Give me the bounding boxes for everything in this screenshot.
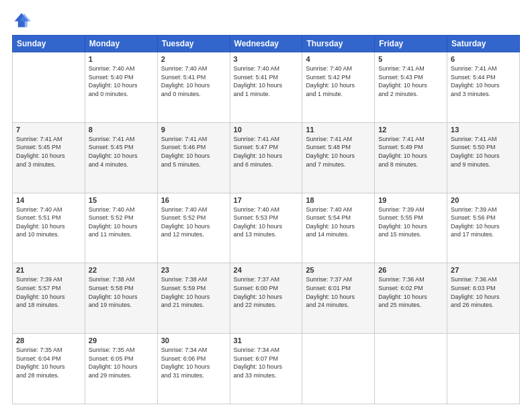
day-info: Sunrise: 7:38 AMSunset: 5:58 PMDaylight:… <box>89 275 154 309</box>
week-row-1: 1Sunrise: 7:40 AMSunset: 5:40 PMDaylight… <box>13 52 520 123</box>
day-number: 3 <box>234 55 299 63</box>
day-cell: 18Sunrise: 7:40 AMSunset: 5:54 PMDayligh… <box>302 193 375 263</box>
day-number: 5 <box>378 55 443 63</box>
day-number: 7 <box>16 126 81 134</box>
calendar-body: 1Sunrise: 7:40 AMSunset: 5:40 PMDaylight… <box>13 52 520 404</box>
day-info: Sunrise: 7:40 AMSunset: 5:42 PMDaylight:… <box>306 64 371 98</box>
day-number: 4 <box>306 55 371 63</box>
day-cell: 29Sunrise: 7:35 AMSunset: 6:05 PMDayligh… <box>85 334 157 404</box>
day-cell: 3Sunrise: 7:40 AMSunset: 5:41 PMDaylight… <box>230 52 302 123</box>
day-info: Sunrise: 7:39 AMSunset: 5:55 PMDaylight:… <box>378 205 443 239</box>
day-number: 13 <box>451 126 516 134</box>
day-number: 29 <box>89 336 154 345</box>
day-cell: 5Sunrise: 7:41 AMSunset: 5:43 PMDaylight… <box>375 52 447 123</box>
day-cell: 16Sunrise: 7:40 AMSunset: 5:52 PMDayligh… <box>157 193 230 263</box>
day-cell: 11Sunrise: 7:41 AMSunset: 5:48 PMDayligh… <box>302 122 375 193</box>
day-number: 22 <box>89 266 154 274</box>
day-cell: 13Sunrise: 7:41 AMSunset: 5:50 PMDayligh… <box>447 122 520 193</box>
day-number: 2 <box>161 55 226 63</box>
day-info: Sunrise: 7:41 AMSunset: 5:50 PMDaylight:… <box>451 135 516 169</box>
week-row-5: 28Sunrise: 7:35 AMSunset: 6:04 PMDayligh… <box>13 334 520 404</box>
day-cell: 27Sunrise: 7:36 AMSunset: 6:03 PMDayligh… <box>447 263 520 334</box>
day-number: 12 <box>378 126 443 134</box>
day-cell: 30Sunrise: 7:34 AMSunset: 6:06 PMDayligh… <box>157 334 230 404</box>
day-cell: 28Sunrise: 7:35 AMSunset: 6:04 PMDayligh… <box>13 334 85 404</box>
day-info: Sunrise: 7:38 AMSunset: 5:59 PMDaylight:… <box>161 275 226 309</box>
day-number: 15 <box>89 196 154 204</box>
day-number: 26 <box>378 266 443 274</box>
day-info: Sunrise: 7:35 AMSunset: 6:05 PMDaylight:… <box>89 346 154 379</box>
day-number: 19 <box>378 196 443 204</box>
day-number: 30 <box>161 336 226 345</box>
day-cell: 12Sunrise: 7:41 AMSunset: 5:49 PMDayligh… <box>375 122 447 193</box>
day-header-saturday: Saturday <box>447 36 520 52</box>
day-number: 23 <box>161 266 226 274</box>
day-info: Sunrise: 7:40 AMSunset: 5:52 PMDaylight:… <box>89 205 154 239</box>
day-info: Sunrise: 7:35 AMSunset: 6:04 PMDaylight:… <box>16 346 81 379</box>
day-info: Sunrise: 7:39 AMSunset: 5:56 PMDaylight:… <box>451 205 516 239</box>
day-cell: 22Sunrise: 7:38 AMSunset: 5:58 PMDayligh… <box>85 263 157 334</box>
day-number: 28 <box>16 336 81 345</box>
day-cell: 6Sunrise: 7:41 AMSunset: 5:44 PMDaylight… <box>447 52 520 123</box>
day-header-monday: Monday <box>85 36 157 52</box>
day-number: 16 <box>161 196 226 204</box>
day-cell: 9Sunrise: 7:41 AMSunset: 5:46 PMDaylight… <box>157 122 230 193</box>
day-cell: 7Sunrise: 7:41 AMSunset: 5:45 PMDaylight… <box>13 122 85 193</box>
day-cell: 31Sunrise: 7:34 AMSunset: 6:07 PMDayligh… <box>230 334 302 404</box>
day-cell: 8Sunrise: 7:41 AMSunset: 5:45 PMDaylight… <box>85 122 157 193</box>
day-number: 14 <box>16 196 81 204</box>
day-info: Sunrise: 7:40 AMSunset: 5:54 PMDaylight:… <box>306 205 371 239</box>
day-header-thursday: Thursday <box>302 36 375 52</box>
calendar-page: SundayMondayTuesdayWednesdayThursdayFrid… <box>0 0 532 411</box>
day-info: Sunrise: 7:40 AMSunset: 5:51 PMDaylight:… <box>16 205 81 239</box>
days-header-row: SundayMondayTuesdayWednesdayThursdayFrid… <box>13 36 520 52</box>
day-number: 10 <box>234 126 299 134</box>
day-header-tuesday: Tuesday <box>157 36 230 52</box>
day-info: Sunrise: 7:34 AMSunset: 6:06 PMDaylight:… <box>161 346 226 379</box>
logo <box>12 11 34 30</box>
day-cell <box>447 334 520 404</box>
day-number: 24 <box>234 266 299 274</box>
day-info: Sunrise: 7:36 AMSunset: 6:03 PMDaylight:… <box>451 275 516 309</box>
day-number: 20 <box>451 196 516 204</box>
day-cell: 19Sunrise: 7:39 AMSunset: 5:55 PMDayligh… <box>375 193 447 263</box>
day-cell: 14Sunrise: 7:40 AMSunset: 5:51 PMDayligh… <box>13 193 85 263</box>
day-info: Sunrise: 7:39 AMSunset: 5:57 PMDaylight:… <box>16 275 81 309</box>
day-info: Sunrise: 7:37 AMSunset: 6:00 PMDaylight:… <box>234 275 299 309</box>
day-cell <box>13 52 85 123</box>
day-info: Sunrise: 7:40 AMSunset: 5:41 PMDaylight:… <box>234 64 299 98</box>
day-cell: 25Sunrise: 7:37 AMSunset: 6:01 PMDayligh… <box>302 263 375 334</box>
day-number: 31 <box>234 336 299 345</box>
day-info: Sunrise: 7:41 AMSunset: 5:45 PMDaylight:… <box>89 135 154 169</box>
day-number: 17 <box>234 196 299 204</box>
day-info: Sunrise: 7:41 AMSunset: 5:43 PMDaylight:… <box>378 64 443 98</box>
day-number: 11 <box>306 126 371 134</box>
day-info: Sunrise: 7:40 AMSunset: 5:52 PMDaylight:… <box>161 205 226 239</box>
day-info: Sunrise: 7:41 AMSunset: 5:47 PMDaylight:… <box>234 135 299 169</box>
day-cell: 20Sunrise: 7:39 AMSunset: 5:56 PMDayligh… <box>447 193 520 263</box>
day-cell: 21Sunrise: 7:39 AMSunset: 5:57 PMDayligh… <box>13 263 85 334</box>
day-cell: 24Sunrise: 7:37 AMSunset: 6:00 PMDayligh… <box>230 263 302 334</box>
day-number: 1 <box>89 55 154 63</box>
day-cell: 17Sunrise: 7:40 AMSunset: 5:53 PMDayligh… <box>230 193 302 263</box>
day-info: Sunrise: 7:40 AMSunset: 5:40 PMDaylight:… <box>89 64 154 98</box>
day-cell: 26Sunrise: 7:36 AMSunset: 6:02 PMDayligh… <box>375 263 447 334</box>
day-info: Sunrise: 7:37 AMSunset: 6:01 PMDaylight:… <box>306 275 371 309</box>
day-number: 25 <box>306 266 371 274</box>
logo-icon <box>12 11 31 30</box>
day-number: 9 <box>161 126 226 134</box>
day-header-sunday: Sunday <box>13 36 85 52</box>
day-info: Sunrise: 7:41 AMSunset: 5:45 PMDaylight:… <box>16 135 81 169</box>
day-info: Sunrise: 7:41 AMSunset: 5:49 PMDaylight:… <box>378 135 443 169</box>
calendar-table: SundayMondayTuesdayWednesdayThursdayFrid… <box>12 35 520 404</box>
day-cell: 2Sunrise: 7:40 AMSunset: 5:41 PMDaylight… <box>157 52 230 123</box>
day-info: Sunrise: 7:41 AMSunset: 5:48 PMDaylight:… <box>306 135 371 169</box>
week-row-4: 21Sunrise: 7:39 AMSunset: 5:57 PMDayligh… <box>13 263 520 334</box>
day-header-wednesday: Wednesday <box>230 36 302 52</box>
day-cell: 23Sunrise: 7:38 AMSunset: 5:59 PMDayligh… <box>157 263 230 334</box>
day-cell <box>302 334 375 404</box>
day-number: 18 <box>306 196 371 204</box>
week-row-2: 7Sunrise: 7:41 AMSunset: 5:45 PMDaylight… <box>13 122 520 193</box>
day-number: 8 <box>89 126 154 134</box>
week-row-3: 14Sunrise: 7:40 AMSunset: 5:51 PMDayligh… <box>13 193 520 263</box>
